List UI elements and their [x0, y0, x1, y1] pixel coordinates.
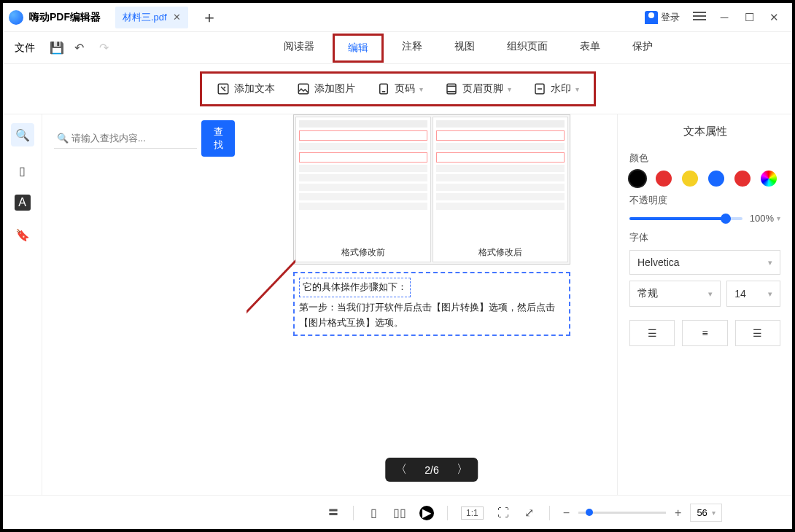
tab-protect[interactable]: 保护 — [618, 34, 667, 63]
step-body: 第一步：当我们打开软件后点击【图片转换】选项，然后点击【图片格式互换】选项。 — [299, 302, 555, 328]
color-blue[interactable] — [708, 171, 724, 187]
page-number-label: 页码 — [395, 82, 415, 95]
chevron-down-icon: ▾ — [777, 214, 780, 222]
maximize-icon[interactable]: ☐ — [741, 11, 757, 24]
font-style-select[interactable]: 常规 ▾ — [629, 281, 721, 307]
minimize-icon[interactable]: ─ — [716, 11, 732, 23]
fit-ratio-button[interactable]: 1:1 — [461, 506, 484, 520]
find-button[interactable]: 查找 — [201, 120, 235, 157]
watermark-button[interactable]: 水印 ▾ — [529, 79, 583, 98]
color-label: 颜色 — [629, 152, 780, 165]
login-label: 登录 — [661, 11, 680, 24]
primary-toolbar: 文件 💾 ↶ ↷ 阅读器 编辑 注释 视图 组织页面 表单 保护 — [3, 32, 792, 64]
svg-rect-3 — [447, 84, 456, 94]
opacity-label: 不透明度 — [629, 194, 780, 207]
chevron-down-icon: ▾ — [768, 289, 772, 299]
font-size-value: 14 — [734, 288, 746, 300]
tab-organize[interactable]: 组织页面 — [493, 34, 562, 63]
edit-text-icon — [217, 82, 230, 95]
login-button[interactable]: 登录 — [645, 11, 680, 24]
prev-page-icon[interactable]: 〈 — [395, 462, 407, 477]
zoom-control: − + 56 ▾ — [563, 504, 722, 522]
save-icon[interactable]: 💾 — [50, 41, 63, 55]
color-red2[interactable] — [734, 171, 751, 187]
font-family-select[interactable]: Helvetica ▾ — [629, 250, 780, 275]
tab-form[interactable]: 表单 — [566, 34, 614, 63]
zoom-slider[interactable] — [578, 512, 666, 514]
add-image-label: 添加图片 — [314, 82, 355, 95]
close-window-icon[interactable]: ✕ — [766, 11, 782, 24]
align-left-button[interactable]: ☰ — [629, 320, 675, 346]
chevron-down-icon: ▾ — [712, 509, 716, 517]
align-left-icon: ☰ — [648, 327, 657, 339]
search-input[interactable] — [54, 128, 197, 148]
color-black[interactable] — [629, 171, 645, 187]
header-footer-button[interactable]: 页眉页脚 ▾ — [441, 79, 516, 98]
next-page-icon[interactable]: 〉 — [457, 462, 468, 477]
font-style-value: 常规 — [637, 287, 658, 300]
opacity-slider[interactable] — [629, 217, 742, 220]
before-image: 格式修改前 — [295, 117, 431, 262]
redo-icon[interactable]: ↷ — [99, 41, 112, 55]
chevron-down-icon: ▾ — [419, 85, 423, 93]
page-number-icon — [377, 82, 390, 95]
tab-view[interactable]: 视图 — [441, 34, 489, 63]
color-swatches — [629, 171, 780, 187]
align-right-button[interactable]: ☰ — [735, 320, 780, 346]
zoom-in-icon[interactable]: + — [675, 506, 681, 520]
left-sidebar: 🔍 ▯ A 🔖 — [3, 114, 42, 495]
double-page-icon[interactable]: ▯▯ — [393, 506, 406, 520]
align-center-button[interactable]: ≡ — [682, 320, 727, 346]
font-size-select[interactable]: 14 ▾ — [726, 281, 780, 307]
step-title: 它的具体操作步骤如下： — [299, 278, 411, 297]
new-tab-button[interactable]: ＋ — [201, 7, 217, 28]
read-mode-icon[interactable]: 〓 — [327, 506, 340, 520]
add-text-button[interactable]: 添加文本 — [212, 79, 279, 98]
text-tool-icon[interactable]: A — [15, 195, 31, 211]
align-center-icon: ≡ — [702, 327, 707, 339]
zoom-out-icon[interactable]: − — [563, 506, 570, 520]
svg-rect-2 — [379, 84, 387, 94]
hamburger-menu-icon[interactable] — [691, 9, 707, 25]
main-tabs: 阅读器 编辑 注释 视图 组织页面 表单 保护 — [270, 34, 667, 63]
document-tab[interactable]: 材料三.pdf ✕ — [115, 7, 188, 28]
color-picker-icon[interactable] — [761, 171, 777, 187]
page-indicator: 2/6 — [424, 464, 438, 476]
after-image: 格式修改后 — [433, 117, 568, 262]
opacity-value[interactable]: 100% ▾ — [750, 213, 780, 224]
properties-title: 文本属性 — [629, 125, 780, 138]
tab-edit[interactable]: 编辑 — [333, 34, 384, 63]
color-red[interactable] — [656, 171, 672, 187]
align-right-icon: ☰ — [753, 327, 762, 339]
add-text-label: 添加文本 — [234, 82, 275, 95]
close-tab-icon[interactable]: ✕ — [173, 12, 181, 23]
play-icon[interactable]: ▶ — [419, 506, 434, 520]
watermark-label: 水印 — [551, 82, 571, 95]
add-image-button[interactable]: 添加图片 — [292, 79, 360, 98]
before-caption: 格式修改前 — [296, 246, 430, 259]
crop-icon[interactable]: ⛶ — [497, 506, 510, 520]
single-page-icon[interactable]: ▯ — [367, 506, 380, 520]
properties-panel: 文本属性 颜色 不透明度 100% ▾ 字体 Helvetica ▾ 常规 ▾ — [617, 114, 792, 495]
color-yellow[interactable] — [682, 171, 698, 187]
image-icon — [297, 82, 310, 95]
tab-reader[interactable]: 阅读器 — [270, 34, 328, 63]
text-edit-block[interactable]: 它的具体操作步骤如下： 第一步：当我们打开软件后点击【图片转换】选项，然后点击【… — [293, 272, 570, 336]
edit-toolbar: 添加文本 添加图片 页码 ▾ 页眉页脚 ▾ 水印 ▾ — [200, 71, 596, 106]
after-caption: 格式修改后 — [433, 246, 567, 259]
header-footer-icon — [445, 82, 458, 95]
undo-icon[interactable]: ↶ — [74, 41, 88, 55]
page-number-button[interactable]: 页码 ▾ — [373, 79, 427, 98]
main-area: 🔍 ▯ A 🔖 查找 格式修改前 — [3, 114, 792, 495]
tab-annotate[interactable]: 注释 — [388, 34, 436, 63]
zoom-value-select[interactable]: 56 ▾ — [690, 504, 721, 522]
app-title: 嗨动PDF编辑器 — [29, 11, 101, 24]
document-image-compare: 格式修改前 格式修改后 — [293, 114, 570, 265]
document-canvas[interactable]: 格式修改前 格式修改后 它的具体操作步骤如下： 第一步：当我们打开软件后点击【图… — [247, 114, 617, 495]
fit-page-icon[interactable]: ⤢ — [523, 506, 536, 520]
tab-label: 材料三.pdf — [123, 11, 167, 24]
bookmark-icon[interactable]: 🔖 — [15, 227, 31, 243]
search-sidebar-icon[interactable]: 🔍 — [11, 123, 34, 146]
file-menu[interactable]: 文件 — [15, 42, 35, 55]
page-thumb-icon[interactable]: ▯ — [15, 163, 31, 179]
